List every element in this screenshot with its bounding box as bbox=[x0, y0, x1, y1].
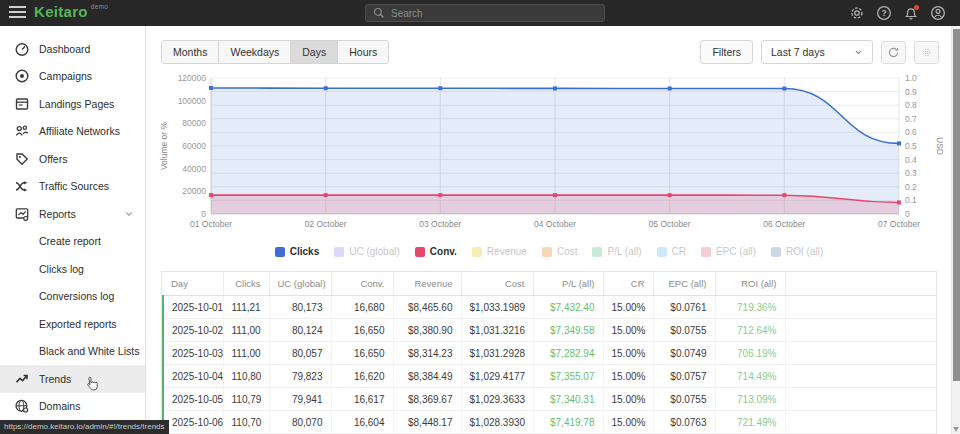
sidebar-item-reports[interactable]: Reports bbox=[0, 200, 145, 228]
topbar: Keitarodemo ? bbox=[0, 0, 960, 26]
svg-text:Volume or %: Volume or % bbox=[159, 121, 169, 170]
cell-day: 2025-10-06 bbox=[163, 411, 223, 434]
cell-p-l-all: $7,282.94 bbox=[533, 342, 603, 365]
table-row: 2025-10-03111,0080,05716,650$8,314.23$1,… bbox=[163, 342, 936, 365]
vertical-scrollbar[interactable] bbox=[951, 26, 960, 434]
cell-roi-all: 706.19% bbox=[715, 342, 785, 365]
legend-item-cr[interactable]: CR bbox=[657, 246, 686, 257]
cell-clicks: 110,70 bbox=[223, 411, 269, 434]
tab-months[interactable]: Months bbox=[162, 41, 219, 63]
sidebar-item-landings-pages[interactable]: Landings Pages bbox=[0, 90, 145, 118]
cell-epc-all: $0.0749 bbox=[653, 342, 715, 365]
brand-demo-badge: demo bbox=[91, 3, 108, 10]
sidebar-item-campaigns[interactable]: Campaigns bbox=[0, 63, 145, 91]
legend-swatch bbox=[275, 247, 285, 257]
svg-text:0.2: 0.2 bbox=[905, 182, 917, 192]
column-header-cr: CR bbox=[603, 272, 653, 296]
svg-text:0.4: 0.4 bbox=[905, 155, 917, 165]
cell-filler bbox=[785, 411, 936, 434]
account-icon[interactable] bbox=[930, 5, 946, 21]
trends-table-wrap: DayClicksUC (global)Conv.RevenueCostP/L … bbox=[161, 271, 937, 434]
sidebar-item-dashboard[interactable]: Dashboard bbox=[0, 35, 145, 63]
legend-item-epc-all[interactable]: EPC (all) bbox=[701, 246, 756, 257]
svg-text:?: ? bbox=[881, 8, 886, 18]
sidebar-item-affiliate-networks[interactable]: Affiliate Networks bbox=[0, 118, 145, 146]
help-icon[interactable]: ? bbox=[876, 5, 892, 21]
chevron-down-icon bbox=[124, 209, 134, 219]
date-range-select[interactable]: Last 7 days bbox=[761, 40, 873, 64]
sidebar-item-domains[interactable]: Domains bbox=[0, 393, 145, 421]
svg-text:USD: USD bbox=[935, 137, 943, 155]
sidebar-item-offers[interactable]: Offers bbox=[0, 145, 145, 173]
legend-swatch bbox=[334, 247, 344, 257]
sidebar-item-label: Campaigns bbox=[39, 70, 92, 82]
cell-day: 2025-10-04 bbox=[163, 365, 223, 388]
legend-item-cost[interactable]: Cost bbox=[542, 246, 578, 257]
brand-logo[interactable]: Keitarodemo bbox=[34, 3, 108, 20]
legend-item-p-l-all[interactable]: P/L (all) bbox=[592, 246, 641, 257]
sidebar-item-trends[interactable]: Trends bbox=[0, 365, 145, 393]
notifications-icon[interactable] bbox=[903, 5, 919, 21]
settings-icon[interactable] bbox=[849, 5, 865, 21]
menu-toggle-icon[interactable] bbox=[9, 6, 26, 20]
chart-settings-button[interactable] bbox=[914, 41, 939, 64]
cell-cr: 15.00% bbox=[603, 296, 653, 319]
cell-conv: 16,650 bbox=[331, 342, 393, 365]
search-input[interactable] bbox=[391, 8, 597, 19]
legend-item-uc-global[interactable]: UC (global) bbox=[334, 246, 400, 257]
cell-epc-all: $0.0763 bbox=[653, 411, 715, 434]
filters-button[interactable]: Filters bbox=[700, 40, 753, 64]
scrollbar-down-arrow[interactable] bbox=[953, 427, 959, 432]
svg-text:02 October: 02 October bbox=[305, 219, 347, 229]
legend-item-roi-all[interactable]: ROI (all) bbox=[771, 246, 823, 257]
svg-text:0.9: 0.9 bbox=[905, 87, 917, 97]
cell-cost: $1,031.2928 bbox=[461, 342, 533, 365]
legend-swatch bbox=[701, 247, 711, 257]
cell-uc-global: 79,823 bbox=[269, 365, 331, 388]
legend-swatch bbox=[657, 247, 667, 257]
sidebar-item-traffic-sources[interactable]: Traffic Sources bbox=[0, 173, 145, 201]
cell-clicks: 111,00 bbox=[223, 342, 269, 365]
sidebar-item-exported-reports[interactable]: Exported reports bbox=[0, 310, 145, 338]
sidebar-item-black-and-white-lists[interactable]: Black and White Lists bbox=[0, 338, 145, 366]
tab-hours[interactable]: Hours bbox=[338, 41, 388, 63]
cell-filler bbox=[785, 388, 936, 411]
search-box[interactable] bbox=[365, 4, 605, 22]
sidebar-item-label: Trends bbox=[39, 373, 71, 385]
cell-epc-all: $0.0761 bbox=[653, 296, 715, 319]
cell-revenue: $8,384.49 bbox=[393, 365, 461, 388]
sidebar-item-label: Clicks log bbox=[39, 263, 84, 275]
status-url-tooltip: https://demo.keitaro.io/admin/#!/trends/… bbox=[0, 420, 169, 434]
tab-days[interactable]: Days bbox=[291, 41, 338, 63]
sidebar-item-clicks-log[interactable]: Clicks log bbox=[0, 255, 145, 283]
cell-p-l-all: $7,349.58 bbox=[533, 319, 603, 342]
dashboard-icon bbox=[14, 41, 30, 57]
svg-text:120000: 120000 bbox=[178, 73, 207, 83]
cell-clicks: 111,00 bbox=[223, 319, 269, 342]
trends-chart[interactable]: 01 October02 October03 October04 October… bbox=[155, 72, 943, 234]
svg-text:1.0: 1.0 bbox=[905, 73, 917, 83]
table-row: 2025-10-02111,0080,12416,650$8,380.90$1,… bbox=[163, 319, 936, 342]
cell-cost: $1,029.3633 bbox=[461, 388, 533, 411]
refresh-button[interactable] bbox=[881, 41, 906, 64]
traffic-icon bbox=[14, 178, 30, 194]
scrollbar-thumb[interactable] bbox=[953, 29, 960, 381]
legend-item-conv[interactable]: Conv. bbox=[415, 246, 457, 257]
sidebar-item-create-report[interactable]: Create report bbox=[0, 228, 145, 256]
svg-text:0.7: 0.7 bbox=[905, 114, 917, 124]
sidebar-item-label: Traffic Sources bbox=[39, 180, 109, 192]
legend-label: Conv. bbox=[430, 246, 457, 257]
cell-revenue: $8,369.67 bbox=[393, 388, 461, 411]
sidebar-item-label: Exported reports bbox=[39, 318, 117, 330]
sidebar-item-conversions-log[interactable]: Conversions log bbox=[0, 283, 145, 311]
period-tabs: MonthsWeekdaysDaysHours bbox=[161, 40, 389, 64]
chart-area: 01 October02 October03 October04 October… bbox=[155, 72, 951, 238]
tab-weekdays[interactable]: Weekdays bbox=[219, 41, 291, 63]
domains-icon bbox=[14, 398, 30, 414]
column-header-roi-all: ROI (all) bbox=[715, 272, 785, 296]
cell-filler bbox=[785, 365, 936, 388]
svg-text:04 October: 04 October bbox=[534, 219, 576, 229]
cell-roi-all: 712.64% bbox=[715, 319, 785, 342]
legend-item-revenue[interactable]: Revenue bbox=[472, 246, 527, 257]
legend-item-clicks[interactable]: Clicks bbox=[275, 246, 319, 257]
